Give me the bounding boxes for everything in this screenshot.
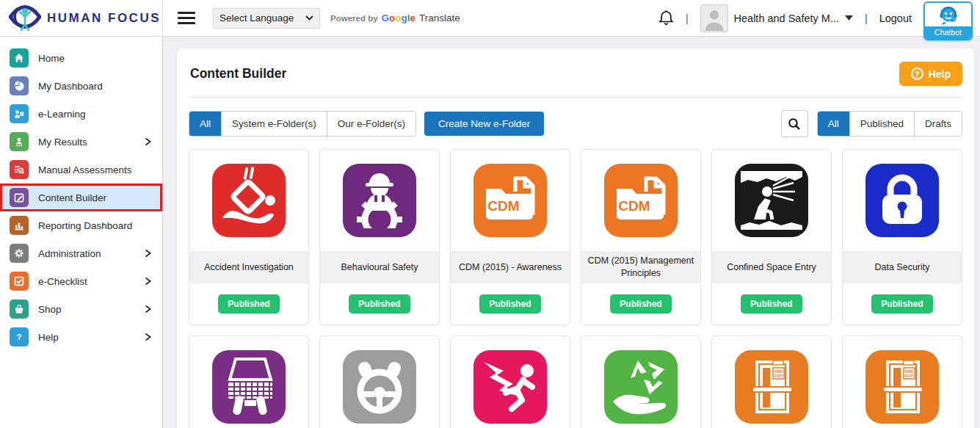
svg-text:CDM: CDM <box>618 198 650 214</box>
home-icon <box>10 48 29 68</box>
cdm-folder-icon: CDM <box>604 164 678 237</box>
chevron-down-icon <box>305 15 313 21</box>
checklist-icon <box>10 272 29 291</box>
notifications-bell-icon[interactable] <box>658 10 674 26</box>
chatbot-label: Chatbot <box>925 26 971 39</box>
folder-tab-all[interactable]: All <box>189 112 221 136</box>
logout-link[interactable]: Logout <box>879 12 912 24</box>
chevron-right-icon <box>143 332 152 342</box>
sidebar-item-my-results[interactable]: My Results <box>0 128 162 156</box>
sidebar-item-manual-assessments[interactable]: Manual Assessments <box>0 156 162 184</box>
fire-exit-door-icon: FIRE EXIT <box>865 350 939 424</box>
sidebar-item-home[interactable]: Home <box>0 44 162 72</box>
menu-icon[interactable] <box>178 12 195 24</box>
status-badge: Published <box>218 294 279 313</box>
sidebar-item-content-builder[interactable]: Content Builder <box>0 184 162 211</box>
efolder-card[interactable] <box>319 335 440 428</box>
status-badge: Published <box>610 294 671 313</box>
svg-text:?: ? <box>16 333 21 341</box>
status-badge: Published <box>349 294 410 313</box>
cdm-folder-icon: CDM <box>473 164 547 237</box>
status-tab-drafts[interactable]: Drafts <box>914 112 962 136</box>
dse-laptop-icon <box>212 350 286 424</box>
sidebar-item-reporting-dashboard[interactable]: Reporting Dashboard <box>0 211 162 239</box>
chatbot-icon <box>936 3 961 26</box>
sidebar-item-e-checklist[interactable]: e-Checklist <box>0 267 162 295</box>
efolder-title: Behavioural Safety <box>320 251 439 283</box>
recycle-hand-icon <box>604 350 678 424</box>
google-translate-attribution: Powered by Google Translate <box>330 12 460 23</box>
user-menu[interactable]: Health and Safety M... <box>734 12 853 24</box>
efolder-title: CDM (2015) - Awareness <box>451 251 570 283</box>
accident-investigation-icon <box>212 164 286 237</box>
top-bar: HUMAN FOCUS Select Language Powered by G… <box>0 0 980 37</box>
svg-text:EXIT: EXIT <box>774 374 783 378</box>
svg-text:EXIT: EXIT <box>905 374 913 378</box>
reporting-icon <box>10 216 29 235</box>
avatar <box>700 4 728 32</box>
sidebar-item-administration[interactable]: Administration <box>0 239 162 267</box>
chevron-right-icon <box>143 304 152 314</box>
sidebar-item-e-learning[interactable]: e-Learning <box>0 100 162 128</box>
efolder-grid: Accident Investigation Published <box>189 149 962 428</box>
top-bar-main: Select Language Powered by Google Transl… <box>163 0 980 36</box>
steering-wheel-icon <box>343 350 416 424</box>
help-button[interactable]: ? Help <box>899 62 962 86</box>
folder-tab-system[interactable]: System e-Folder(s) <box>221 112 327 136</box>
efolder-card-behavioural-safety[interactable]: Behavioural Safety Published <box>319 149 440 325</box>
chevron-right-icon <box>143 137 152 147</box>
efolder-card-confined-space[interactable]: Confined Space Entry Published <box>711 149 832 325</box>
sidebar: Home My Dashboard e-Learning My Results <box>0 37 163 428</box>
chevron-down-icon <box>845 15 853 21</box>
user-name: Health and Safety M... <box>734 12 839 24</box>
logo-area: HUMAN FOCUS <box>0 0 163 36</box>
behavioural-safety-icon <box>343 164 416 237</box>
chatbot-button[interactable]: Chatbot <box>923 1 973 40</box>
svg-text:FIRE: FIRE <box>905 369 914 374</box>
efolder-title: Data Security <box>843 251 962 283</box>
human-focus-logo-icon <box>9 2 41 35</box>
chevron-right-icon <box>143 276 152 286</box>
efolder-card[interactable]: FIRE EXIT <box>711 335 832 428</box>
dashboard-icon <box>10 76 29 95</box>
create-new-efolder-button[interactable]: Create New e-Folder <box>424 112 544 136</box>
search-button[interactable] <box>781 110 808 137</box>
efolder-card-cdm-awareness[interactable]: CDM CDM (2015) - Awareness Published <box>450 149 570 325</box>
status-badge: Published <box>741 294 802 313</box>
confined-space-icon <box>735 164 808 237</box>
efolder-card-accident-investigation[interactable]: Accident Investigation Published <box>189 149 309 325</box>
sidebar-item-help[interactable]: ? Help <box>0 323 162 351</box>
page-title: Content Builder <box>189 66 286 81</box>
content-builder-panel: Content Builder ? Help All System e-Fold… <box>177 48 974 428</box>
results-icon <box>10 132 29 151</box>
logo-text: HUMAN FOCUS <box>47 11 161 26</box>
question-mark-icon: ? <box>10 327 29 347</box>
chevron-right-icon <box>143 248 152 258</box>
divider <box>189 97 962 98</box>
efolder-card[interactable] <box>450 335 570 428</box>
sidebar-item-shop[interactable]: Shop <box>0 295 162 323</box>
language-select[interactable]: Select Language <box>213 8 320 29</box>
language-select-value: Select Language <box>219 12 294 23</box>
efolder-card[interactable]: FIRE EXIT <box>842 335 962 428</box>
gear-icon <box>10 244 29 263</box>
efolder-card-data-security[interactable]: Data Security Published <box>842 149 962 325</box>
efolder-title: Confined Space Entry <box>712 251 831 283</box>
svg-text:FIRE: FIRE <box>774 369 783 374</box>
status-tab-all[interactable]: All <box>818 112 849 136</box>
status-badge: Published <box>479 294 540 313</box>
folder-filter-group: All System e-Folder(s) Our e-Folder(s) <box>189 111 416 137</box>
efolder-card[interactable] <box>189 335 309 428</box>
efolder-card-cdm-management[interactable]: CDM CDM (2015) Management Principles Pub… <box>581 149 701 325</box>
efolder-card[interactable] <box>581 335 701 428</box>
basket-icon <box>10 300 29 319</box>
status-tab-published[interactable]: Published <box>849 112 914 136</box>
padlock-icon <box>865 164 939 237</box>
status-filter-group: All Published Drafts <box>817 111 962 137</box>
svg-text:CDM: CDM <box>487 198 519 214</box>
efolder-title: CDM (2015) Management Principles <box>581 251 700 283</box>
fire-exit-door-icon: FIRE EXIT <box>735 350 808 424</box>
folder-tab-our[interactable]: Our e-Folder(s) <box>327 112 415 136</box>
sidebar-item-my-dashboard[interactable]: My Dashboard <box>0 72 162 100</box>
assessments-icon <box>10 160 29 179</box>
